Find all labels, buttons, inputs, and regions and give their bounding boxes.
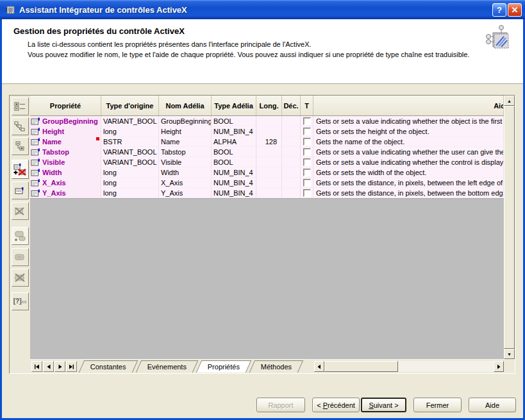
length-cell[interactable] [256, 147, 282, 157]
property-button[interactable] [12, 181, 29, 199]
col-header-decimals[interactable]: Déc. [282, 96, 301, 115]
translatable-checkbox[interactable] [303, 117, 311, 125]
col-header-origin-type[interactable]: Type d'origine [101, 96, 159, 115]
previous-tab-button[interactable] [43, 361, 54, 372]
table-row[interactable]: Width long Width NUM_BIN_4 Gets or sets … [30, 167, 504, 178]
vertical-scrollbar[interactable]: ▲ ▼ [504, 96, 515, 359]
last-tab-button[interactable] [66, 361, 77, 372]
adelia-type-cell[interactable]: NUM_BIN_4 [212, 167, 256, 178]
tree-expand-button[interactable] [12, 137, 29, 155]
adelia-type-cell[interactable]: NUM_BIN_4 [212, 188, 256, 198]
length-cell[interactable] [256, 167, 282, 178]
translatable-cell[interactable] [301, 137, 313, 147]
help-cell[interactable]: Gets or sets the height of the object. [313, 126, 504, 137]
translatable-cell[interactable] [301, 188, 313, 198]
next-button[interactable]: Suivant > [361, 398, 406, 412]
decimals-cell[interactable] [282, 188, 301, 198]
decimals-cell[interactable] [282, 116, 301, 126]
adelia-type-cell[interactable]: NUM_BIN_4 [212, 178, 256, 188]
translatable-checkbox[interactable] [303, 138, 311, 146]
property-cell[interactable]: X_Axis [30, 178, 101, 188]
constants-list-button[interactable] [12, 97, 29, 115]
col-header-adelia-name[interactable]: Nom Adélia [159, 96, 212, 115]
table-row[interactable]: Tabstop VARIANT_BOOL Tabstop BOOL Gets o… [30, 147, 504, 157]
scroll-right-button[interactable] [494, 361, 504, 372]
adelia-name-cell[interactable]: Width [159, 167, 212, 178]
titlebar-help-button[interactable]: ? [492, 3, 506, 17]
length-cell[interactable] [256, 116, 282, 126]
properties-grid[interactable]: Propriété Type d'origine Nom Adélia Type… [30, 96, 504, 359]
origin-type-cell[interactable]: VARIANT_BOOL [101, 147, 159, 157]
col-header-help[interactable]: Aide [313, 96, 504, 115]
translatable-cell[interactable] [301, 178, 313, 188]
origin-type-cell[interactable]: long [101, 188, 159, 198]
table-row[interactable]: GroupBeginning VARIANT_BOOL GroupBeginni… [30, 116, 504, 126]
scroll-up-button[interactable]: ▲ [504, 96, 515, 106]
help-cell[interactable]: Gets or sets the distance, in pixels, be… [313, 188, 504, 198]
length-cell[interactable] [256, 157, 282, 167]
previous-button[interactable]: < Précédent [312, 398, 360, 412]
help-button[interactable]: Aide [469, 398, 516, 412]
length-cell[interactable] [256, 188, 282, 198]
property-cell[interactable]: Visible [30, 157, 101, 167]
help-cell[interactable]: Gets or sets the width of the object. [313, 167, 504, 178]
origin-type-cell[interactable]: long [101, 167, 159, 178]
property-cell[interactable]: GroupBeginning [30, 116, 101, 126]
adelia-name-cell[interactable]: Tabstop [159, 147, 212, 157]
help-cell[interactable]: Gets the name of the object. [313, 137, 504, 147]
translatable-cell[interactable] [301, 147, 313, 157]
property-cell[interactable]: Width [30, 167, 101, 178]
length-cell[interactable]: 128 [256, 137, 282, 147]
origin-type-cell[interactable]: BSTR [101, 137, 159, 147]
translatable-cell[interactable] [301, 167, 313, 178]
translatable-checkbox[interactable] [303, 189, 311, 197]
adelia-name-cell[interactable]: Name [159, 137, 212, 147]
help-cell[interactable]: Gets or sets a value indicating whether … [313, 157, 504, 167]
adelia-type-cell[interactable]: NUM_BIN_4 [212, 126, 256, 137]
col-header-adelia-type[interactable]: Type Adélia [212, 96, 256, 115]
property-cell[interactable]: Tabstop [30, 147, 101, 157]
first-tab-button[interactable] [31, 361, 42, 372]
events-tree-button[interactable] [12, 117, 29, 135]
adelia-name-cell[interactable]: Height [159, 126, 212, 137]
translatable-checkbox[interactable] [303, 179, 311, 187]
decimals-cell[interactable] [282, 178, 301, 188]
adelia-type-cell[interactable]: ALPHA [212, 137, 256, 147]
table-row[interactable]: Visible VARIANT_BOOL Visible BOOL Gets o… [30, 157, 504, 167]
decimals-cell[interactable] [282, 147, 301, 157]
titlebar-close-button[interactable]: ✕ [508, 3, 522, 17]
next-tab-button[interactable] [54, 361, 65, 372]
property-cell[interactable]: Y_Axis [30, 188, 101, 198]
close-button[interactable]: Fermer [413, 398, 462, 412]
translatable-checkbox[interactable] [303, 158, 311, 166]
adelia-type-cell[interactable]: BOOL [212, 116, 256, 126]
table-row[interactable]: Name BSTR Name ALPHA 128 Gets the name o… [30, 137, 504, 147]
decimals-cell[interactable] [282, 126, 301, 137]
adelia-type-cell[interactable]: BOOL [212, 157, 256, 167]
scroll-down-button[interactable]: ▼ [504, 349, 515, 359]
decimals-cell[interactable] [282, 167, 301, 178]
adelia-name-cell[interactable]: Y_Axis [159, 188, 212, 198]
origin-type-cell[interactable]: VARIANT_BOOL [101, 157, 159, 167]
add-remove-property-button[interactable] [12, 160, 29, 179]
origin-type-cell[interactable]: long [101, 178, 159, 188]
tab-evenements[interactable]: Evénements [135, 360, 198, 373]
adelia-type-cell[interactable]: BOOL [212, 147, 256, 157]
adelia-name-cell[interactable]: Visible [159, 157, 212, 167]
length-cell[interactable] [256, 178, 282, 188]
translatable-cell[interactable] [301, 126, 313, 137]
origin-type-cell[interactable]: long [101, 126, 159, 137]
help-cell[interactable]: Gets or sets the distance, in pixels, be… [313, 178, 504, 188]
help-cell[interactable]: Gets or sets a value indicating whether … [313, 147, 504, 157]
decimals-cell[interactable] [282, 137, 301, 147]
translatable-cell[interactable] [301, 116, 313, 126]
property-cell[interactable]: Height [30, 126, 101, 137]
length-cell[interactable] [256, 126, 282, 137]
decimals-cell[interactable] [282, 157, 301, 167]
horizontal-scroll-thumb[interactable] [324, 361, 398, 372]
tab-methodes[interactable]: Méthodes [249, 360, 304, 373]
translatable-checkbox[interactable] [303, 148, 311, 156]
help-attribute-button[interactable]: [?]xx [12, 292, 29, 310]
tab-proprietes[interactable]: Propriétés [196, 360, 252, 373]
origin-type-cell[interactable]: VARIANT_BOOL [101, 116, 159, 126]
